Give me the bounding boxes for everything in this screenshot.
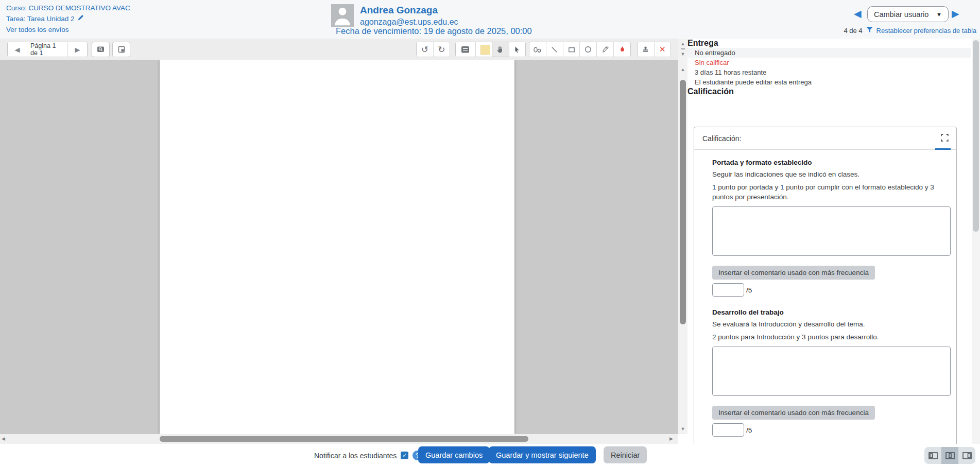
expand-view-button[interactable] <box>112 42 130 57</box>
action-bar: Notificar a los estudiantes ✓ ? Guardar … <box>0 444 980 467</box>
save-changes-button[interactable]: Guardar cambios <box>418 446 490 463</box>
layout-collapse-review-button[interactable] <box>924 447 941 464</box>
criterion-comment-textarea[interactable] <box>712 347 951 396</box>
pdf-scrollbar-thumb[interactable] <box>680 80 686 324</box>
assignment-grading-page: Curso: CURSO DEMOSTRATIVO AVAC Tarea: Ta… <box>0 0 980 467</box>
table-preferences: 4 de 4 Restablecer preferencias de tabla <box>844 27 976 34</box>
edit-pencil-icon[interactable] <box>77 13 84 24</box>
rectangle-icon <box>568 46 576 54</box>
hand-icon <box>496 45 504 54</box>
save-and-show-next-button[interactable]: Guardar y mostrar siguiente <box>489 446 596 463</box>
highlight-tool-button[interactable] <box>596 42 613 57</box>
grade-section-title: Calificación <box>687 87 971 96</box>
grade-card-header: Calificación: <box>694 127 956 150</box>
insert-frequent-comment-button[interactable]: Insertar el comentario usado con más fre… <box>712 406 875 420</box>
pdf-scroll-down-icon[interactable]: ▼ <box>678 426 687 432</box>
rotate-cw-icon: ↻ <box>438 44 445 55</box>
pdf-hscrollbar-thumb[interactable] <box>160 436 528 442</box>
notify-students-checkbox[interactable]: ✓ <box>401 452 408 459</box>
panel-scrollbar-thumb[interactable] <box>973 40 979 232</box>
student-info: Andrea Gonzaga agonzaga@est.ups.edu.ec <box>331 4 458 27</box>
criterion-score-input[interactable] <box>712 283 744 297</box>
pen-tool-button[interactable] <box>529 42 546 57</box>
color-drop-icon <box>619 45 626 54</box>
pdf-scroll-left-icon[interactable]: ◀ <box>2 436 5 441</box>
layout-split-view-button[interactable] <box>941 447 958 464</box>
rotate-ccw-icon: ↺ <box>421 44 428 55</box>
pdf-vertical-scrollbar: ▲ ▼ ▲ ▼ <box>678 39 687 434</box>
chevron-down-icon: ▼ <box>936 11 942 18</box>
search-comments-button[interactable] <box>92 42 110 57</box>
highlighter-icon <box>601 46 609 54</box>
criterion-name: Desarrollo del trabajo <box>712 308 950 316</box>
score-max-label: /5 <box>746 426 752 434</box>
reset-button[interactable]: Reiniciar <box>604 446 647 463</box>
grade-card: Calificación: Portada y formato establec… <box>694 127 957 444</box>
page-navigation-group: ◀ Página 1 de 1 ▶ <box>7 42 88 57</box>
pdf-annotation-toolbar: ◀ Página 1 de 1 ▶ ↺ ↻ <box>0 39 678 60</box>
pdf-scroll-right-icon[interactable]: ▶ <box>669 436 673 441</box>
criterion-name: Portada y formato establecido <box>712 159 950 166</box>
delete-x-icon: ✕ <box>659 45 666 54</box>
active-indicator <box>935 148 951 150</box>
person-icon <box>331 4 354 27</box>
criterion-points-note: 1 punto por portada y 1 punto por cumpli… <box>712 182 950 202</box>
rectangle-tool-button[interactable] <box>563 42 580 57</box>
notify-students-label: Notificar a los estudiantes <box>314 452 397 460</box>
toolbar-scroll-down-icon[interactable]: ▼ <box>678 51 687 57</box>
pdf-viewer <box>0 60 678 434</box>
search-comments-icon <box>96 45 105 54</box>
circle-icon <box>584 45 592 54</box>
pdf-page[interactable] <box>160 60 514 434</box>
add-comment-button[interactable] <box>456 42 475 57</box>
previous-user-button[interactable]: ◀ <box>854 6 862 22</box>
course-link[interactable]: Curso: CURSO DEMOSTRATIVO AVAC <box>6 3 130 13</box>
header: Curso: CURSO DEMOSTRATIVO AVAC Tarea: Ta… <box>0 0 980 39</box>
grading-status: Sin calificar <box>687 58 971 67</box>
time-remaining: 3 días 11 horas restante <box>687 67 971 77</box>
pdf-scroll-up-icon[interactable]: ▲ <box>678 66 687 73</box>
drawing-tools-group <box>529 42 631 57</box>
criterion-description: Seguir las indicaciones que se indicó en… <box>712 169 950 179</box>
annotation-color-button[interactable] <box>613 42 630 57</box>
view-all-submissions-link[interactable]: Ver todos los envíos <box>6 24 69 35</box>
line-tool-button[interactable] <box>546 42 563 57</box>
delete-annotation-button[interactable]: ✕ <box>654 42 671 57</box>
student-name[interactable]: Andrea Gonzaga <box>360 4 458 16</box>
select-tool-button[interactable] <box>509 42 526 57</box>
criterion-score-input[interactable] <box>712 423 744 437</box>
breadcrumb: Curso: CURSO DEMOSTRATIVO AVAC Tarea: Ta… <box>6 3 130 35</box>
expand-icon <box>117 45 126 54</box>
submission-section-title: Entrega <box>687 39 971 48</box>
rubric-form: Portada y formato establecido Seguir las… <box>694 150 956 437</box>
next-page-button[interactable]: ▶ <box>67 42 87 57</box>
reset-table-preferences-link[interactable]: Restablecer preferencias de tabla <box>876 27 976 34</box>
previous-page-button[interactable]: ◀ <box>8 42 27 57</box>
page-prev-icon: ◀ <box>15 46 20 54</box>
insert-frequent-comment-button[interactable]: Insertar el comentario usado con más fre… <box>712 266 875 280</box>
stamp-tool-button[interactable] <box>638 42 654 57</box>
layout-toggle-group <box>924 447 975 464</box>
layout-collapse-grade-button[interactable] <box>958 447 975 464</box>
change-user-select[interactable]: Cambiar usuario ▼ <box>867 6 949 22</box>
circle-tool-button[interactable] <box>579 42 596 57</box>
task-link[interactable]: Tarea: Tarea Unidad 2 <box>6 13 75 24</box>
submission-status: No entregado <box>687 48 971 58</box>
next-user-button[interactable]: ▶ <box>952 6 959 22</box>
notify-students: Notificar a los estudiantes ✓ ? <box>314 444 422 467</box>
grading-panel: Entrega No entregado Sin calificar 3 día… <box>687 39 971 444</box>
stamp-group: ✕ <box>637 42 671 57</box>
filter-icon[interactable] <box>866 27 873 34</box>
criterion-comment-textarea[interactable] <box>712 206 951 256</box>
comment-icon <box>461 46 470 54</box>
fullscreen-icon[interactable] <box>940 133 949 144</box>
change-user-label: Cambiar usuario <box>874 10 929 19</box>
rotate-clockwise-button[interactable]: ↻ <box>433 42 450 57</box>
drag-hand-tool-button[interactable] <box>492 42 509 57</box>
toolbar-scroll-up-icon[interactable]: ▲ <box>678 41 687 47</box>
cursor-arrow-icon <box>513 46 521 54</box>
score-max-label: /5 <box>746 286 752 294</box>
rotate-group: ↺ ↻ <box>416 42 450 57</box>
grade-label: Calificación: <box>702 134 741 143</box>
rotate-counterclockwise-button[interactable]: ↺ <box>417 42 433 57</box>
